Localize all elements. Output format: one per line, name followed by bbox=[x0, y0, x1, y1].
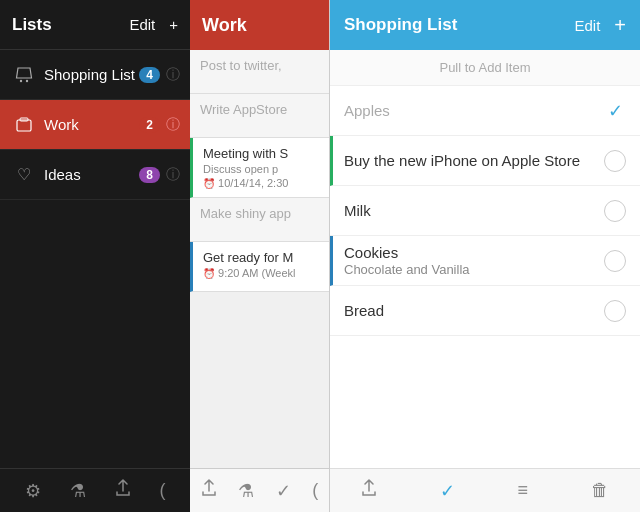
ideas-info-icon[interactable]: ⓘ bbox=[166, 166, 180, 184]
sidebar-item-work[interactable]: Work 2 ⓘ bbox=[0, 100, 190, 150]
left-panel: Lists Edit + Shopping List 4 ⓘ bbox=[0, 0, 190, 512]
ideas-list-right: 8 ⓘ bbox=[139, 166, 180, 184]
task-item-write[interactable]: Write AppStore bbox=[190, 94, 329, 138]
shopping-item-apples[interactable]: Apples ✓ bbox=[330, 86, 640, 136]
check-button-middle[interactable]: ✓ bbox=[276, 480, 291, 502]
ideas-list-icon: ♡ bbox=[12, 163, 36, 187]
shopping-item-iphone[interactable]: Buy the new iPhone on Apple Store bbox=[330, 136, 640, 186]
add-item-button[interactable]: + bbox=[614, 14, 626, 37]
check-button-right[interactable]: ✓ bbox=[440, 480, 455, 502]
task-item-post[interactable]: Post to twitter, bbox=[190, 50, 329, 94]
shopping-info-icon[interactable]: ⓘ bbox=[166, 66, 180, 84]
cookies-text: Cookies Chocolate and Vanilla bbox=[344, 244, 594, 277]
shopping-list-name: Shopping List bbox=[44, 66, 139, 83]
edit-button-right[interactable]: Edit bbox=[574, 17, 600, 34]
reorder-button[interactable]: ≡ bbox=[518, 480, 529, 501]
ideas-badge: 8 bbox=[139, 167, 160, 183]
milk-circle-icon bbox=[604, 200, 626, 222]
shopping-list-title: Shopping List bbox=[344, 15, 457, 35]
work-badge: 2 bbox=[139, 117, 160, 133]
middle-header: Work bbox=[190, 0, 329, 50]
share-button-middle[interactable] bbox=[201, 479, 217, 502]
task-getready-sub: ⏰ 9:20 AM (Weekl bbox=[203, 267, 319, 279]
add-list-button[interactable]: + bbox=[169, 16, 178, 33]
edit-button[interactable]: Edit bbox=[129, 16, 155, 33]
svg-rect-2 bbox=[17, 120, 31, 131]
shopping-list: Apples ✓ Buy the new iPhone on Apple Sto… bbox=[330, 86, 640, 468]
task-meeting-detail: ⏰ 10/14/14, 2:30 bbox=[203, 177, 319, 189]
task-meeting-sub: Discuss open p bbox=[203, 163, 319, 175]
share-button-left[interactable] bbox=[115, 479, 131, 502]
trash-button[interactable]: 🗑 bbox=[591, 480, 609, 501]
task-meeting-title: Meeting with S bbox=[203, 146, 319, 161]
sidebar-item-ideas[interactable]: ♡ Ideas 8 ⓘ bbox=[0, 150, 190, 200]
task-item-shiny[interactable]: Make shiny app bbox=[190, 198, 329, 242]
list-items: Shopping List 4 ⓘ Work 2 ⓘ ♡ bbox=[0, 50, 190, 468]
task-write-title: Write AppStore bbox=[200, 102, 319, 117]
ideas-list-name: Ideas bbox=[44, 166, 139, 183]
task-shiny-title: Make shiny app bbox=[200, 206, 319, 221]
shopping-item-milk[interactable]: Milk bbox=[330, 186, 640, 236]
shopping-item-cookies[interactable]: Cookies Chocolate and Vanilla bbox=[330, 236, 640, 286]
svg-point-0 bbox=[20, 79, 22, 81]
sidebar-item-shopping[interactable]: Shopping List 4 ⓘ bbox=[0, 50, 190, 100]
cookies-sub: Chocolate and Vanilla bbox=[344, 262, 594, 277]
bread-circle-icon bbox=[604, 300, 626, 322]
shopping-badge: 4 bbox=[139, 67, 160, 83]
apples-check-icon: ✓ bbox=[604, 100, 626, 122]
more-button-middle[interactable]: ( bbox=[312, 480, 318, 501]
iphone-text: Buy the new iPhone on Apple Store bbox=[344, 152, 594, 169]
right-header-actions: Edit + bbox=[574, 14, 626, 37]
apples-name: Apples bbox=[344, 102, 594, 119]
work-list-right: 2 ⓘ bbox=[139, 116, 180, 134]
pull-to-add: Pull to Add Item bbox=[330, 50, 640, 86]
middle-panel: Work Post to twitter, Write AppStore Mee… bbox=[190, 0, 330, 512]
cookies-circle-icon bbox=[604, 250, 626, 272]
bread-name: Bread bbox=[344, 302, 594, 319]
iphone-name: Buy the new iPhone on Apple Store bbox=[344, 152, 594, 169]
apples-text: Apples bbox=[344, 102, 594, 119]
task-item-meeting[interactable]: Meeting with S Discuss open p ⏰ 10/14/14… bbox=[190, 138, 329, 198]
shopping-item-bread[interactable]: Bread bbox=[330, 286, 640, 336]
left-toolbar: ⚙ ⚗ ( bbox=[0, 468, 190, 512]
work-title: Work bbox=[202, 15, 247, 36]
more-button-left[interactable]: ( bbox=[160, 480, 166, 501]
right-panel: Shopping List Edit + Pull to Add Item Ap… bbox=[330, 0, 640, 512]
work-list-icon bbox=[12, 113, 36, 137]
task-post-title: Post to twitter, bbox=[200, 58, 319, 73]
milk-text: Milk bbox=[344, 202, 594, 219]
right-header: Shopping List Edit + bbox=[330, 0, 640, 50]
filter-button-middle[interactable]: ⚗ bbox=[238, 480, 254, 502]
shopping-list-right: 4 ⓘ bbox=[139, 66, 180, 84]
lists-title: Lists bbox=[12, 15, 52, 35]
svg-point-1 bbox=[26, 79, 28, 81]
work-info-icon[interactable]: ⓘ bbox=[166, 116, 180, 134]
task-list: Post to twitter, Write AppStore Meeting … bbox=[190, 50, 329, 468]
left-header: Lists Edit + bbox=[0, 0, 190, 50]
task-item-getready[interactable]: Get ready for M ⏰ 9:20 AM (Weekl bbox=[190, 242, 329, 292]
work-list-name: Work bbox=[44, 116, 139, 133]
bread-text: Bread bbox=[344, 302, 594, 319]
milk-name: Milk bbox=[344, 202, 594, 219]
left-header-actions: Edit + bbox=[129, 16, 178, 33]
task-getready-title: Get ready for M bbox=[203, 250, 319, 265]
iphone-circle-icon bbox=[604, 150, 626, 172]
middle-toolbar: ⚗ ✓ ( bbox=[190, 468, 329, 512]
cookies-name: Cookies bbox=[344, 244, 594, 261]
share-button-right[interactable] bbox=[361, 479, 377, 502]
settings-button[interactable]: ⚙ bbox=[25, 480, 41, 502]
shopping-list-icon bbox=[12, 63, 36, 87]
filter-button[interactable]: ⚗ bbox=[70, 480, 86, 502]
right-toolbar: ✓ ≡ 🗑 bbox=[330, 468, 640, 512]
